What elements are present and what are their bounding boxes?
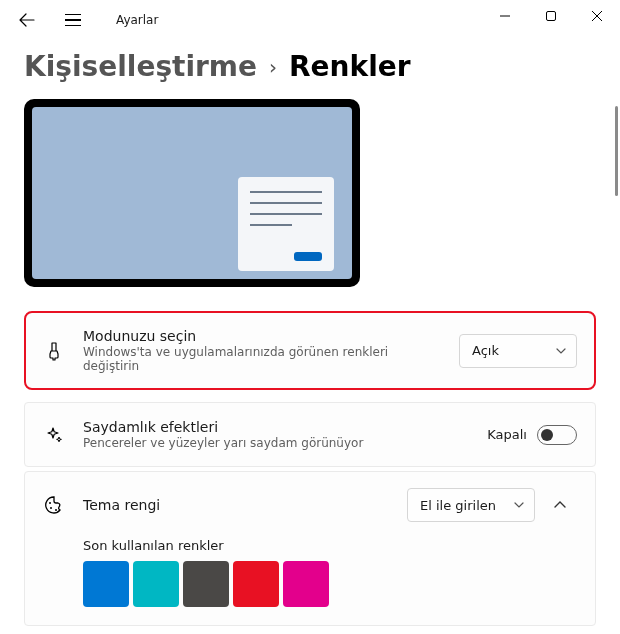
accent-dropdown-value: El ile girilen [420,498,496,513]
hamburger-icon [65,14,81,27]
chevron-down-icon [556,348,566,354]
preview-desktop [32,107,352,279]
mode-setting-card: Modunuzu seçin Windows'ta ve uygulamalar… [24,311,596,390]
svg-point-2 [50,507,52,509]
close-icon [592,11,602,21]
back-arrow-icon [19,12,35,28]
menu-button[interactable] [56,3,90,37]
accent-title: Tema rengi [83,497,389,513]
sparkle-icon [43,425,65,445]
maximize-icon [546,11,556,21]
color-swatch[interactable] [133,561,179,607]
breadcrumb-parent[interactable]: Kişiselleştirme [24,50,257,83]
accent-dropdown[interactable]: El ile girilen [407,488,535,522]
transparency-title: Saydamlık efektleri [83,419,469,435]
scrollbar-thumb[interactable] [615,106,618,196]
close-button[interactable] [574,0,620,32]
svg-rect-0 [547,12,556,21]
color-swatch[interactable] [233,561,279,607]
mode-dropdown-value: Açık [472,343,499,358]
accent-collapse-button[interactable] [543,488,577,522]
svg-point-3 [55,509,57,511]
recent-colors-label: Son kullanılan renkler [83,538,577,553]
breadcrumb: Kişiselleştirme › Renkler [0,40,620,99]
chevron-down-icon [514,502,524,508]
chevron-up-icon [554,501,566,509]
color-swatch[interactable] [283,561,329,607]
transparency-toggle[interactable] [537,425,577,445]
toggle-knob [541,429,553,441]
back-button[interactable] [10,3,44,37]
maximize-button[interactable] [528,0,574,32]
color-swatch[interactable] [83,561,129,607]
breadcrumb-current: Renkler [289,50,411,83]
recent-color-swatches [83,561,577,607]
theme-preview [24,99,360,287]
transparency-setting-card: Saydamlık efektleri Pencereler ve yüzeyl… [24,402,596,467]
titlebar: Ayarlar [0,0,620,40]
mode-title: Modunuzu seçin [83,328,441,344]
content-area: Modunuzu seçin Windows'ta ve uygulamalar… [0,99,620,634]
minimize-icon [500,11,510,21]
breadcrumb-separator: › [269,55,277,79]
brush-icon [43,341,65,361]
palette-icon [43,494,65,516]
minimize-button[interactable] [482,0,528,32]
accent-setting-card: Tema rengi El ile girilen Son kullanılan… [24,471,596,626]
transparency-state-label: Kapalı [487,427,527,442]
transparency-desc: Pencereler ve yüzeyler yarı saydam görün… [83,436,469,450]
svg-point-1 [49,502,51,504]
preview-window [238,177,334,271]
app-title: Ayarlar [116,13,158,27]
mode-dropdown[interactable]: Açık [459,334,577,368]
color-swatch[interactable] [183,561,229,607]
mode-desc: Windows'ta ve uygulamalarınızda görünen … [83,345,441,373]
